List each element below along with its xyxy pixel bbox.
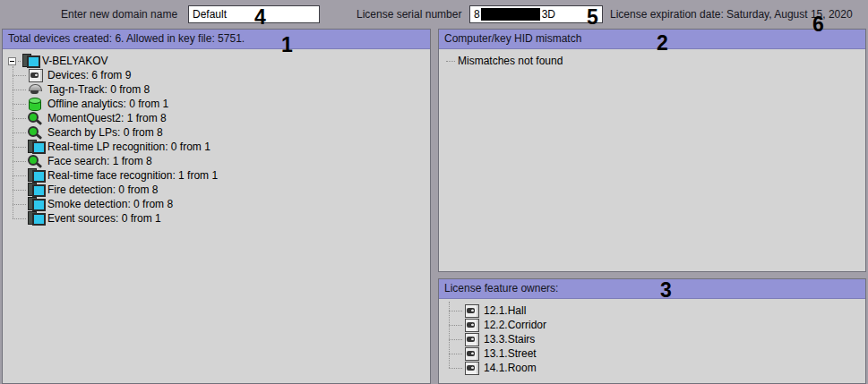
tree-item-label: Face search: 1 from 8 [47,155,152,167]
camera-card-icon [463,332,480,346]
tree-children: Devices: 6 from 9 Tag-n-Track: 0 from 8 … [3,68,430,226]
tree-item-label: Event sources: 0 from 1 [47,212,161,225]
owner-item-street[interactable]: 13.1.Street [439,346,865,361]
feature-owners-panel: License feature owners: 12.1.Hall 12.2.C… [438,278,866,384]
domain-name-label: Enter new domain name [61,8,177,21]
mismatch-status-item[interactable]: Mismatches not found [439,54,865,68]
magnifier-icon [27,154,44,168]
hid-mismatch-panel: Computer/key HID mismatch Mismatches not… [438,29,866,272]
computer-icon [21,54,39,68]
owner-item-label: 14.1.Room [484,362,537,374]
redacted-serial-block [481,8,540,21]
serial-suffix: 3D [542,8,555,21]
owner-item-label: 13.3.Stairs [484,333,535,346]
owner-item-stairs[interactable]: 13.3.Stairs [439,332,865,346]
database-icon [27,97,44,111]
owner-item-hall[interactable]: 12.1.Hall [439,303,865,318]
tree-item-label: Fire detection: 0 from 8 [47,183,158,196]
computer-icon [27,211,44,226]
hid-mismatch-header: Computer/key HID mismatch [439,30,865,49]
serial-prefix: 8 [474,8,480,21]
annotation-2: 2 [657,33,668,54]
computer-icon [27,183,44,197]
tree-item-label: MomentQuest2: 1 from 8 [47,112,167,124]
annotation-3: 3 [660,280,672,301]
tree-item-realtime-face-recognition[interactable]: Real-time face recognition: 1 from 1 [3,168,430,183]
annotation-4: 4 [254,7,266,28]
tree-root-domain[interactable]: V-BELYAKOV [3,54,430,68]
tree-item-devices[interactable]: Devices: 6 from 9 [3,68,430,82]
hid-mismatch-tree: Mismatches not found [439,49,865,68]
tree-item-label: Real-time LP recognition: 0 from 1 [47,141,211,153]
tree-item-search-by-lps[interactable]: Search by LPs: 0 from 8 [3,125,430,140]
tree-item-smoke-detection[interactable]: Smoke detection: 0 from 8 [3,197,430,211]
owner-item-label: 12.2.Corridor [484,319,546,331]
annotation-1: 1 [281,35,293,55]
tree-item-label: Smoke detection: 0 from 8 [47,198,173,210]
tree-item-label: Real-time face recognition: 1 from 1 [47,169,218,182]
camera-card-icon [463,346,480,361]
tree-item-event-sources[interactable]: Event sources: 0 from 1 [3,211,430,226]
tree-root-label: V-BELYAKOV [42,55,108,67]
owners-children: 12.1.Hall 12.2.Corridor 13.3.Stairs 13.1… [439,303,865,375]
owner-item-corridor[interactable]: 12.2.Corridor [439,318,865,332]
annotation-5: 5 [587,7,598,28]
serial-number-input[interactable]: 8 3D [469,5,603,23]
magnifier-icon [27,125,44,140]
tree-guide-line [13,66,13,218]
tree-item-momentquest2[interactable]: MomentQuest2: 1 from 8 [3,111,430,125]
camera-card-icon [463,303,480,318]
tree-item-realtime-lp-recognition[interactable]: Real-time LP recognition: 0 from 1 [3,140,430,154]
computer-icon [27,168,44,183]
owner-item-label: 12.1.Hall [484,304,526,317]
tree-item-offline-analytics[interactable]: Offline analytics: 0 from 1 [3,97,430,111]
serial-number-label: License serial number [357,8,461,21]
magnifier-icon [27,111,44,125]
camera-card-icon [463,361,480,375]
tree-item-label: Tag-n-Track: 0 from 8 [47,83,150,96]
tree-item-face-search[interactable]: Face search: 1 from 8 [3,154,430,168]
devices-tree: V-BELYAKOV Devices: 6 from 9 Tag-n-Track… [3,49,430,226]
tree-item-label: Devices: 6 from 9 [47,69,131,81]
owner-item-room[interactable]: 14.1.Room [439,361,865,375]
collapse-toggle-icon[interactable] [8,57,16,65]
owner-item-label: 13.1.Street [484,347,537,360]
computer-icon [27,140,44,154]
tree-item-label: Search by LPs: 0 from 8 [47,126,163,139]
computer-icon [27,197,44,211]
annotation-6: 6 [812,14,824,35]
tree-connector [18,61,21,62]
mismatch-status-label: Mismatches not found [458,55,563,67]
feature-owners-header: License feature owners: [439,279,865,299]
feature-owners-tree: 12.1.Hall 12.2.Corridor 13.3.Stairs 13.1… [439,299,865,375]
devices-panel: Total devices created: 6. Allowed in key… [2,29,431,384]
dome-camera-icon [27,82,44,97]
devices-panel-header: Total devices created: 6. Allowed in key… [3,30,430,49]
tree-guide-line [449,302,450,368]
tree-item-label: Offline analytics: 0 from 1 [47,98,168,110]
domain-name-value: Default [193,8,227,21]
camera-card-icon [463,318,480,332]
tree-item-fire-detection[interactable]: Fire detection: 0 from 8 [3,183,430,197]
tree-item-tag-n-track[interactable]: Tag-n-Track: 0 from 8 [3,82,430,97]
camera-card-icon [27,68,44,82]
